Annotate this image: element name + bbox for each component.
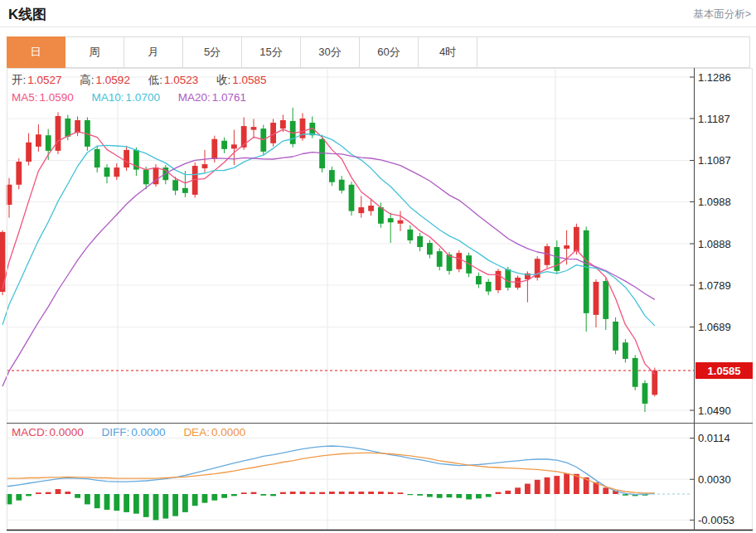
open-label: 开: xyxy=(12,74,26,86)
low-value: 1.0523 xyxy=(164,74,198,86)
gridlines xyxy=(7,68,694,531)
ohlc-readout: 开:1.0527 高:1.0592 低:1.0523 收:1.0585 xyxy=(12,73,269,88)
price-axis-label: 1.0689 xyxy=(698,321,731,333)
header-divider xyxy=(0,27,756,27)
tab-day[interactable]: 日 xyxy=(7,36,65,68)
diff-value: 0.0000 xyxy=(131,426,165,439)
macd-readout: MACD:0.0000 DIFF:0.0000 DEA:0.0000 xyxy=(12,426,247,439)
high-value: 1.0592 xyxy=(96,74,130,86)
tab-15min[interactable]: 15分 xyxy=(242,37,301,67)
macd-axis-label: -0.0053 xyxy=(698,514,734,526)
macd-axis-labels: 0.01140.0030-0.0053 xyxy=(690,432,734,526)
dea-label: DEA: xyxy=(183,426,210,439)
current-price-tag: 1.0585 xyxy=(695,362,753,379)
ma5-label: MA5: xyxy=(12,91,38,104)
close-value: 1.0585 xyxy=(232,74,266,86)
price-axis-label: 1.1087 xyxy=(698,154,731,167)
tab-30min[interactable]: 30分 xyxy=(301,37,360,67)
period-tabs: 日周月5分15分30分60分4时 xyxy=(7,36,750,68)
ma10-value: 1.0700 xyxy=(126,91,160,104)
price-axis-label: 1.0888 xyxy=(698,238,731,250)
ma20-value: 1.0761 xyxy=(212,91,246,104)
tab-4hour[interactable]: 4时 xyxy=(419,37,477,67)
ma5-value: 1.0590 xyxy=(40,91,74,104)
low-label: 低: xyxy=(148,74,162,86)
macd-value: 0.0000 xyxy=(50,426,84,439)
macd-axis-label: 0.0030 xyxy=(698,473,731,486)
price-axis-label: 1.0490 xyxy=(698,405,731,417)
current-price-tag-text: 1.0585 xyxy=(708,365,741,377)
open-value: 1.0527 xyxy=(27,74,61,86)
diff-label: DIFF: xyxy=(102,426,130,439)
ma20-label: MA20: xyxy=(178,91,211,104)
price-axis-label: 1.1286 xyxy=(698,71,731,84)
price-axis-label: 1.1187 xyxy=(698,113,730,125)
tab-week[interactable]: 周 xyxy=(65,37,124,67)
macd-label: MACD: xyxy=(12,426,48,439)
dea-value: 0.0000 xyxy=(211,426,245,439)
page-title: K线图 xyxy=(8,5,46,24)
tab-month[interactable]: 月 xyxy=(124,37,183,67)
tab-5min[interactable]: 5分 xyxy=(183,37,242,67)
ma10-line xyxy=(2,134,655,326)
tab-60min[interactable]: 60分 xyxy=(360,37,419,67)
ma10-label: MA10: xyxy=(92,91,124,104)
fundamental-analysis-link[interactable]: 基本面分析> xyxy=(693,7,751,22)
price-axis-label: 1.0988 xyxy=(698,196,731,208)
price-axis-label: 1.0789 xyxy=(698,279,731,292)
close-label: 收: xyxy=(216,74,230,86)
macd-lines xyxy=(7,446,692,495)
ma-lines xyxy=(2,128,655,387)
high-label: 高: xyxy=(80,74,94,86)
macd-axis-label: 0.0114 xyxy=(698,432,730,444)
ma-readout: MA5:1.0590 MA10:1.0700 MA20:1.0761 xyxy=(12,91,248,104)
panel-borders xyxy=(7,68,753,531)
